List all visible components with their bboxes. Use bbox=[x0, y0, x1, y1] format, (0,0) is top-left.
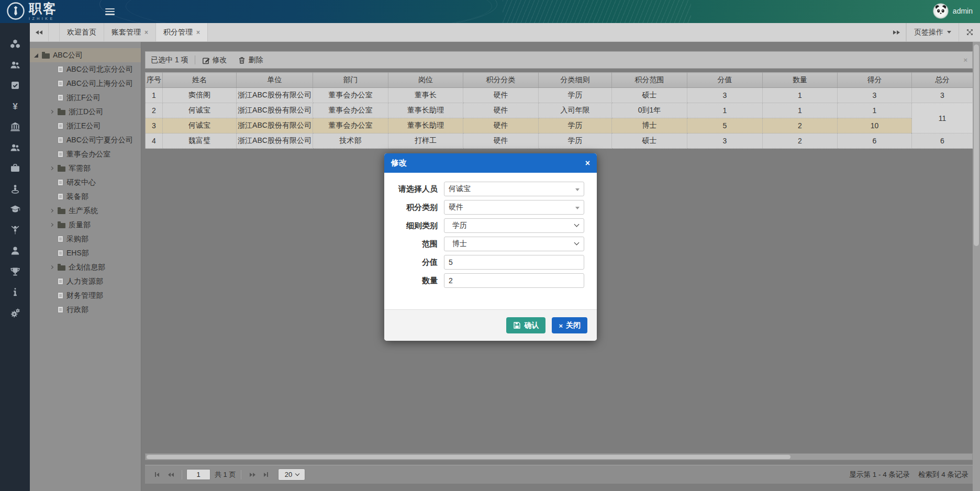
caret-down-icon[interactable] bbox=[575, 207, 580, 209]
vertical-scrollbar[interactable] bbox=[973, 42, 980, 491]
sidebar-icon-yen[interactable]: ¥ bbox=[8, 101, 22, 111]
column-header[interactable]: 单位 bbox=[237, 73, 313, 88]
last-page-button[interactable] bbox=[259, 469, 273, 481]
table-cell[interactable]: 董事会办公室 bbox=[313, 103, 388, 118]
table-cell[interactable]: 2 bbox=[146, 103, 163, 118]
tree-item[interactable]: ABC公司 bbox=[30, 48, 141, 62]
next-page-button[interactable] bbox=[246, 469, 259, 481]
score-input[interactable] bbox=[444, 255, 584, 269]
table-cell[interactable]: 学历 bbox=[539, 88, 612, 103]
sidebar-icon-users[interactable] bbox=[8, 60, 22, 70]
table-cell[interactable]: 硬件 bbox=[463, 118, 539, 133]
sidebar-icon-trophy[interactable] bbox=[8, 266, 22, 277]
tree-item[interactable]: 采购部 bbox=[30, 232, 141, 246]
tree-item[interactable]: 企划信息部 bbox=[30, 260, 141, 274]
sidebar-icon-street-view[interactable] bbox=[8, 184, 22, 194]
tab-welcome[interactable]: 欢迎首页 bbox=[59, 23, 104, 41]
sidebar-icon-bank[interactable] bbox=[8, 121, 22, 132]
caret-collapsed-icon[interactable] bbox=[50, 166, 53, 170]
table-cell[interactable]: 3 bbox=[838, 88, 912, 103]
horizontal-scrollbar[interactable] bbox=[145, 453, 973, 460]
tree-item[interactable]: 研发中心 bbox=[30, 175, 141, 189]
prev-page-button[interactable] bbox=[164, 469, 177, 481]
table-cell[interactable]: 博士 bbox=[612, 118, 687, 133]
column-header[interactable]: 部门 bbox=[313, 73, 388, 88]
tree-item[interactable]: 浙江E公司 bbox=[30, 119, 141, 133]
quantity-input[interactable] bbox=[444, 274, 584, 287]
column-header[interactable]: 姓名 bbox=[163, 73, 237, 88]
edit-button[interactable]: 修改 bbox=[202, 55, 227, 65]
modal-header[interactable]: 修改 bbox=[384, 153, 597, 173]
table-cell[interactable]: 浙江ABC股份有限公司 bbox=[237, 103, 313, 118]
table-cell[interactable]: 硬件 bbox=[463, 88, 539, 103]
app-logo[interactable]: 职客 IZHIKE bbox=[6, 2, 57, 20]
sidebar-icon-info[interactable] bbox=[8, 287, 22, 297]
table-cell[interactable]: 窦倍阁 bbox=[163, 88, 237, 103]
table-row-selected[interactable]: 3 何诚宝 浙江ABC股份有限公司 董事会办公室 董事长助理 硬件 学历 博士 … bbox=[146, 118, 973, 133]
table-cell[interactable]: 硬件 bbox=[463, 133, 539, 149]
column-header[interactable]: 积分分类 bbox=[463, 73, 539, 88]
table-row[interactable]: 2 何诚宝 浙江ABC股份有限公司 董事会办公室 董事长助理 硬件 入司年限 0… bbox=[146, 103, 973, 118]
sidebar-icon-members[interactable] bbox=[8, 142, 22, 153]
column-header[interactable]: 数量 bbox=[763, 73, 838, 88]
table-cell[interactable]: 学历 bbox=[539, 133, 612, 149]
table-cell[interactable]: 何诚宝 bbox=[163, 118, 237, 133]
caret-collapsed-icon[interactable] bbox=[50, 209, 53, 213]
table-cell[interactable]: 6 bbox=[912, 133, 973, 149]
table-cell[interactable]: 入司年限 bbox=[539, 103, 612, 118]
tab-account-management[interactable]: 账套管理 bbox=[104, 23, 156, 41]
sidebar-icon-check-square[interactable] bbox=[8, 80, 22, 91]
tab-points-management[interactable]: 积分管理 bbox=[156, 23, 208, 41]
tab-close-icon[interactable] bbox=[196, 29, 200, 36]
sidebar-icon-settings[interactable] bbox=[8, 308, 22, 318]
tree-item[interactable]: 装备部 bbox=[30, 189, 141, 204]
tree-item[interactable]: 行政部 bbox=[30, 303, 141, 317]
table-cell[interactable]: 4 bbox=[146, 133, 163, 149]
table-cell[interactable]: 3 bbox=[687, 133, 763, 149]
table-cell[interactable]: 1 bbox=[763, 88, 838, 103]
sidebar-icon-cubes[interactable] bbox=[8, 39, 22, 49]
table-cell[interactable]: 何诚宝 bbox=[163, 103, 237, 118]
tree-item[interactable]: 董事会办公室 bbox=[30, 147, 141, 161]
caret-collapsed-icon[interactable] bbox=[50, 110, 53, 114]
tree-item[interactable]: 军需部 bbox=[30, 161, 141, 175]
column-header[interactable]: 分类细则 bbox=[539, 73, 612, 88]
tab-actions-dropdown[interactable]: 页签操作 bbox=[906, 23, 959, 41]
column-header[interactable]: 序号 bbox=[146, 73, 163, 88]
table-cell[interactable]: 6 bbox=[838, 133, 912, 149]
tree-item[interactable]: 浙江F公司 bbox=[30, 91, 141, 105]
column-header[interactable]: 岗位 bbox=[388, 73, 463, 88]
person-combobox[interactable]: 何诚宝 bbox=[444, 182, 584, 196]
table-cell[interactable]: 董事会办公室 bbox=[313, 88, 388, 103]
merged-total-cell[interactable]: 11 bbox=[912, 103, 973, 133]
table-cell[interactable]: 2 bbox=[763, 133, 838, 149]
tree-item[interactable]: 财务管理部 bbox=[30, 288, 141, 303]
tree-item[interactable]: ABC公司北京分公司 bbox=[30, 62, 141, 76]
table-cell[interactable]: 董事长助理 bbox=[388, 118, 463, 133]
table-cell[interactable]: 硕士 bbox=[612, 88, 687, 103]
tab-close-icon[interactable] bbox=[144, 29, 148, 36]
tree-item[interactable]: 生产系统 bbox=[30, 204, 141, 218]
page-number-input[interactable] bbox=[186, 469, 210, 480]
tree-item[interactable]: EHS部 bbox=[30, 246, 141, 260]
table-cell[interactable]: 1 bbox=[687, 103, 763, 118]
menu-toggle-button[interactable] bbox=[105, 7, 115, 16]
table-cell[interactable]: 浙江ABC股份有限公司 bbox=[237, 118, 313, 133]
horizontal-scrollbar-thumb[interactable] bbox=[147, 455, 790, 459]
tree-item[interactable]: ABC公司宁夏分公司 bbox=[30, 133, 141, 147]
panel-close-icon[interactable] bbox=[963, 56, 967, 64]
column-header[interactable]: 分值 bbox=[687, 73, 763, 88]
table-cell[interactable]: 打样工 bbox=[388, 133, 463, 149]
table-cell[interactable]: 技术部 bbox=[313, 133, 388, 149]
sidebar-icon-user[interactable] bbox=[8, 246, 22, 256]
table-cell[interactable]: 3 bbox=[912, 88, 973, 103]
table-cell[interactable]: 1 bbox=[146, 88, 163, 103]
fullscreen-button[interactable] bbox=[959, 23, 980, 41]
table-cell[interactable]: 10 bbox=[838, 118, 912, 133]
table-cell[interactable]: 1 bbox=[838, 103, 912, 118]
caret-down-icon[interactable] bbox=[575, 188, 580, 191]
table-cell[interactable]: 硬件 bbox=[463, 103, 539, 118]
caret-expanded-icon[interactable] bbox=[34, 53, 38, 58]
table-cell[interactable]: 董事长助理 bbox=[388, 103, 463, 118]
column-header[interactable]: 得分 bbox=[838, 73, 912, 88]
